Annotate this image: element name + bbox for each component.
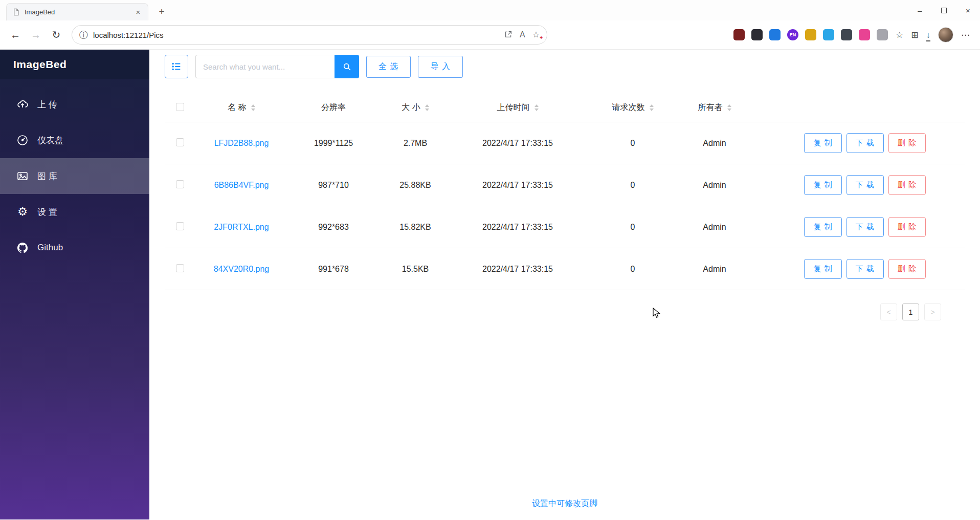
- download-button[interactable]: 下 载: [847, 217, 884, 237]
- file-name-link[interactable]: LFJD2B88.png: [214, 139, 269, 147]
- prev-page-button[interactable]: <: [880, 304, 897, 320]
- favorite-plus-badge: +: [540, 35, 543, 40]
- read-aloud-icon[interactable]: A: [520, 31, 525, 39]
- search-button[interactable]: [335, 55, 359, 78]
- import-button[interactable]: 导 入: [418, 56, 462, 78]
- file-name-link[interactable]: 84XV20R0.png: [214, 265, 270, 273]
- sidebar-item-label: 图 库: [37, 170, 57, 182]
- collections-icon[interactable]: ⊞: [911, 31, 918, 39]
- tab-close-icon[interactable]: ×: [133, 8, 143, 17]
- row-checkbox[interactable]: [176, 222, 184, 230]
- blue-round-ext-icon[interactable]: [769, 29, 781, 40]
- minimize-button[interactable]: –: [908, 0, 932, 20]
- upload-time-value: 2022/4/17 17:33:15: [451, 139, 584, 148]
- delete-button[interactable]: 删 除: [888, 175, 926, 195]
- owner-value: Admin: [681, 139, 748, 148]
- profile-avatar[interactable]: [938, 27, 953, 42]
- select-all-button[interactable]: 全 选: [366, 56, 411, 78]
- list-view-button[interactable]: [165, 55, 188, 78]
- close-window-button[interactable]: ×: [956, 0, 980, 20]
- translate-ext-icon[interactable]: EN: [787, 29, 798, 40]
- ublock-ext-icon[interactable]: [733, 29, 745, 40]
- tab-title: ImageBed: [25, 8, 129, 16]
- col-header-requests[interactable]: 请求次数: [584, 102, 681, 113]
- blocker-ext-icon[interactable]: [841, 29, 852, 40]
- col-header-upload-time[interactable]: 上传时间: [451, 102, 584, 113]
- image-table: 名 称 分辨率 大 小 上传时间 请求次数: [165, 94, 965, 290]
- search-icon: [342, 62, 352, 72]
- upload-time-value: 2022/4/17 17:33:15: [451, 181, 584, 190]
- download-button[interactable]: 下 载: [847, 175, 884, 195]
- sort-caret-icon: [534, 104, 539, 111]
- favorites-icon[interactable]: ☆: [896, 31, 903, 39]
- select-all-checkbox[interactable]: [176, 103, 184, 111]
- sidebar-item-label: Github: [37, 243, 63, 253]
- table-row: 2JF0RTXL.png 992*683 15.82KB 2022/4/17 1…: [165, 206, 965, 248]
- download-button[interactable]: 下 载: [847, 259, 884, 279]
- resolution-value: 992*683: [287, 223, 380, 232]
- sort-caret-icon: [650, 104, 654, 111]
- footer-note: 设置中可修改页脚: [149, 499, 980, 509]
- size-value: 15.5KB: [380, 265, 451, 274]
- download-arrow-icon: ↓: [926, 30, 931, 41]
- maximize-button[interactable]: [932, 0, 956, 20]
- table-header-row: 名 称 分辨率 大 小 上传时间 请求次数: [165, 94, 965, 122]
- address-bar[interactable]: ⓘ localhost:12121/Pics A ☆ +: [72, 25, 547, 45]
- site-info-icon[interactable]: ⓘ: [79, 31, 88, 39]
- upload-cloud-icon: [16, 98, 29, 111]
- page-number-button[interactable]: 1: [902, 304, 919, 320]
- sidebar-item-upload[interactable]: 上 传: [0, 86, 149, 122]
- copy-button[interactable]: 复 制: [804, 133, 841, 153]
- resolution-value: 1999*1125: [287, 139, 380, 148]
- request-count-value: 0: [584, 181, 681, 190]
- sidebar-item-settings[interactable]: ⚙ 设 置: [0, 194, 149, 230]
- github-icon: [16, 242, 29, 254]
- gallery-image-icon: [16, 170, 29, 182]
- owner-value: Admin: [681, 223, 748, 232]
- file-name-link[interactable]: 6B86B4VF.png: [214, 181, 269, 189]
- add-favorite-icon[interactable]: ☆ +: [532, 31, 540, 39]
- copy-button[interactable]: 复 制: [804, 175, 841, 195]
- forward-button[interactable]: →: [27, 26, 45, 44]
- share-icon[interactable]: [504, 30, 513, 40]
- copy-button[interactable]: 复 制: [804, 217, 841, 237]
- sidebar-item-dashboard[interactable]: 仪表盘: [0, 122, 149, 158]
- copy-button[interactable]: 复 制: [804, 259, 841, 279]
- download-button[interactable]: 下 载: [847, 133, 884, 153]
- capture-ext-icon[interactable]: [823, 29, 834, 40]
- col-header-name[interactable]: 名 称: [195, 102, 287, 113]
- puzzle-ext-icon[interactable]: [877, 29, 888, 40]
- sidebar-item-github[interactable]: Github: [0, 230, 149, 266]
- new-tab-button[interactable]: +: [154, 5, 169, 19]
- delete-button[interactable]: 删 除: [888, 217, 926, 237]
- request-count-value: 0: [584, 139, 681, 148]
- row-checkbox[interactable]: [176, 264, 184, 272]
- search-input[interactable]: [195, 55, 335, 78]
- colorful-ext-icon[interactable]: [859, 29, 870, 40]
- url-text: localhost:12121/Pics: [93, 31, 499, 39]
- col-header-resolution: 分辨率: [287, 102, 380, 113]
- col-header-size[interactable]: 大 小: [380, 102, 451, 113]
- notes-ext-icon[interactable]: [805, 29, 816, 40]
- row-checkbox[interactable]: [176, 180, 184, 188]
- pagination: < 1 >: [165, 304, 965, 320]
- file-name-link[interactable]: 2JF0RTXL.png: [214, 223, 269, 231]
- row-checkbox[interactable]: [176, 138, 184, 146]
- sidebar-item-label: 设 置: [37, 206, 57, 218]
- mouse-cursor: [653, 308, 663, 319]
- col-header-owner[interactable]: 所有者: [681, 102, 748, 113]
- browser-menu-icon[interactable]: ⋯: [961, 31, 970, 39]
- next-page-button[interactable]: >: [924, 304, 941, 320]
- delete-button[interactable]: 删 除: [888, 259, 926, 279]
- back-button[interactable]: ←: [6, 26, 25, 44]
- resolution-value: 987*710: [287, 181, 380, 190]
- downloads-icon[interactable]: ↓: [926, 31, 931, 39]
- sort-caret-icon: [251, 104, 255, 111]
- sidebar-item-gallery[interactable]: 图 库: [0, 158, 149, 194]
- sidebar: ImageBed 上 传 仪表盘 图 库 ⚙: [0, 50, 149, 519]
- browser-tab[interactable]: ImageBed ×: [6, 3, 148, 20]
- size-value: 15.82KB: [380, 223, 451, 232]
- dark-ext-icon[interactable]: [751, 29, 763, 40]
- refresh-button[interactable]: ↻: [47, 26, 65, 44]
- delete-button[interactable]: 删 除: [888, 133, 926, 153]
